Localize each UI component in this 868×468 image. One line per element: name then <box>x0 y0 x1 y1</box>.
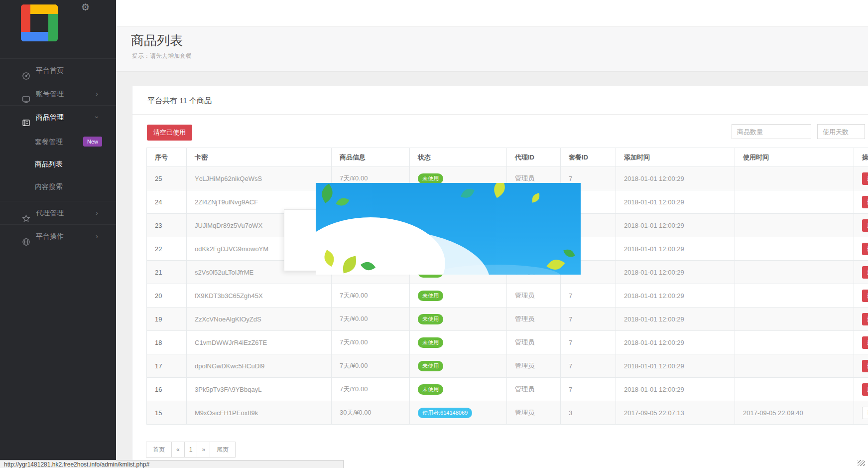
sidebar-submenu: 套餐管理New商品列表内容搜索 <box>0 129 116 201</box>
clear-used-button[interactable]: 清空已使用 <box>147 125 192 141</box>
cell-used-time <box>735 378 854 401</box>
cell-info: 7天/¥0.00 <box>332 378 410 401</box>
pagination-next-button[interactable]: » <box>197 442 210 458</box>
status-badge: 未使用 <box>418 361 443 371</box>
sidebar-item-platform[interactable]: 平台操作› <box>0 224 116 248</box>
column-header: 套餐ID <box>561 148 616 167</box>
cell-status: 未使用 <box>410 284 507 308</box>
status-badge: 使用者:614148069 <box>418 408 472 418</box>
cell-added-time: 2018-01-01 12:00:29 <box>616 214 735 237</box>
sidebar-item-label: 平台首页 <box>36 59 64 82</box>
cell-id: 18 <box>147 331 187 354</box>
sidebar-item-label: 平台操作 <box>36 225 64 248</box>
delete-button[interactable]: 删除 <box>862 196 868 208</box>
cell-id: 19 <box>147 308 187 331</box>
cell-added-time: 2018-01-01 12:00:29 <box>616 261 735 284</box>
quantity-input[interactable] <box>732 124 811 139</box>
days-input[interactable] <box>817 124 865 139</box>
leaf-icon <box>488 183 511 200</box>
cell-added-time: 2018-01-01 12:00:29 <box>616 237 735 261</box>
ad-image-overlay[interactable] <box>316 183 581 275</box>
column-header: 使用时间 <box>735 148 854 167</box>
delete-button[interactable]: 删除 <box>862 336 868 349</box>
delete-button[interactable]: 删除 <box>862 313 868 325</box>
cell-action: 删除 <box>854 214 868 237</box>
table-row: 163Pk5pTv3FA9YBbqayL7天/¥0.00未使用管理员72018-… <box>147 378 868 401</box>
sidebar-subitem-product-list[interactable]: 商品列表 <box>0 153 116 175</box>
page-header: 商品列表 提示：请先去增加套餐 <box>116 26 868 72</box>
cell-added-time: 2018-01-01 12:00:29 <box>616 167 735 190</box>
chevron-down-icon: › <box>86 116 109 119</box>
cell-status: 未使用 <box>410 308 507 331</box>
cell-used-time <box>735 237 854 261</box>
divider <box>132 114 868 115</box>
app-logo[interactable] <box>19 2 60 43</box>
cell-agent: 管理员 <box>507 378 561 401</box>
admin-page: ⚙ 平台首页账号管理›商品管理›套餐管理New商品列表内容搜索代理管理›平台操作… <box>0 0 868 468</box>
cell-agent: 管理员 <box>507 284 561 308</box>
cell-id: 15 <box>147 401 187 425</box>
cell-action: 删除 <box>854 261 868 284</box>
cell-info: 7天/¥0.00 <box>332 308 410 331</box>
status-badge: 未使用 <box>418 337 443 348</box>
table-row: 20fX9KDT3b3C65Zgh45X7天/¥0.00未使用管理员72018-… <box>147 284 868 308</box>
sidebar-item-product[interactable]: 商品管理› <box>0 105 116 129</box>
status-badge: 未使用 <box>418 173 443 184</box>
cell-package: 7 <box>561 308 616 331</box>
cell-key: dpolNGwDKwc5HCuDl9 <box>187 354 332 378</box>
product-count-text: 平台共有 11 个商品 <box>147 96 212 106</box>
dashboard-icon <box>22 66 30 75</box>
cell-status: 未使用 <box>410 354 507 378</box>
delete-button[interactable]: 删除 <box>862 243 868 255</box>
table-row: 18C1vmDWWJrR4iEzZ6TE7天/¥0.00未使用管理员72018-… <box>147 331 868 354</box>
cell-info: 7天/¥0.00 <box>332 284 410 308</box>
cell-key: M9xOsicFH1PEoxII9k <box>187 401 332 425</box>
sidebar-item-home[interactable]: 平台首页 <box>0 58 116 82</box>
top-bar <box>116 0 868 26</box>
column-header: 商品信息 <box>332 148 410 167</box>
cell-key: C1vmDWWJrR4iEzZ6TE <box>187 331 332 354</box>
cell-action: 删除 <box>854 331 868 354</box>
delete-button[interactable]: 删除 <box>862 383 868 396</box>
sidebar-item-agent[interactable]: 代理管理› <box>0 201 116 224</box>
table-row: 17dpolNGwDKwc5HCuDl97天/¥0.00未使用管理员72018-… <box>147 354 868 378</box>
cell-key: ZzXcVNoeAlgKIOyZdS <box>187 308 332 331</box>
status-badge: 未使用 <box>418 291 443 301</box>
cell-id: 21 <box>147 261 187 284</box>
delete-button[interactable]: 删除 <box>862 360 868 372</box>
logo-yellow-bar <box>30 4 58 14</box>
cell-added-time: 2018-01-01 12:00:29 <box>616 378 735 401</box>
sidebar-item-account[interactable]: 账号管理› <box>0 82 116 105</box>
cell-action: 删除 <box>854 378 868 401</box>
sidebar-item-label: 商品管理 <box>36 106 64 129</box>
cell-agent: 管理员 <box>507 331 561 354</box>
pagination-page-1[interactable]: 1 <box>184 442 198 458</box>
cell-action: 删除 <box>854 308 868 331</box>
column-header: 序号 <box>147 148 187 167</box>
delete-button[interactable]: 删除 <box>862 172 868 185</box>
cell-added-time: 2018-01-01 12:00:29 <box>616 354 735 378</box>
cell-action: 已使用 <box>854 401 868 425</box>
cell-action: 删除 <box>854 237 868 261</box>
pagination-last-button[interactable]: 尾页 <box>210 442 236 458</box>
delete-button[interactable]: 删除 <box>862 219 868 232</box>
pagination-first-button[interactable]: 首页 <box>146 442 172 458</box>
delete-button[interactable]: 删除 <box>862 266 868 279</box>
cell-package: 7 <box>561 331 616 354</box>
star-icon <box>22 209 30 217</box>
delete-button[interactable]: 删除 <box>862 290 868 302</box>
sidebar-subitem-package[interactable]: 套餐管理New <box>0 131 116 153</box>
status-badge: 未使用 <box>418 314 443 324</box>
gear-icon[interactable]: ⚙ <box>81 1 90 13</box>
sidebar-subitem-content-search[interactable]: 内容搜索 <box>0 175 116 198</box>
cell-added-time: 2018-01-01 12:00:29 <box>616 190 735 214</box>
cell-used-time <box>735 261 854 284</box>
new-badge: New <box>83 137 102 147</box>
content-card: 平台共有 11 个商品 清空已使用 序号卡密商品信息状态代理ID套餐ID添加时间… <box>132 86 868 468</box>
monitor-icon <box>22 90 30 98</box>
cell-package: 7 <box>561 284 616 308</box>
leaf-icon <box>339 254 360 275</box>
pagination-prev-button[interactable]: « <box>171 442 185 458</box>
cell-added-time: 2018-01-01 12:00:29 <box>616 308 735 331</box>
column-header: 状态 <box>410 148 507 167</box>
